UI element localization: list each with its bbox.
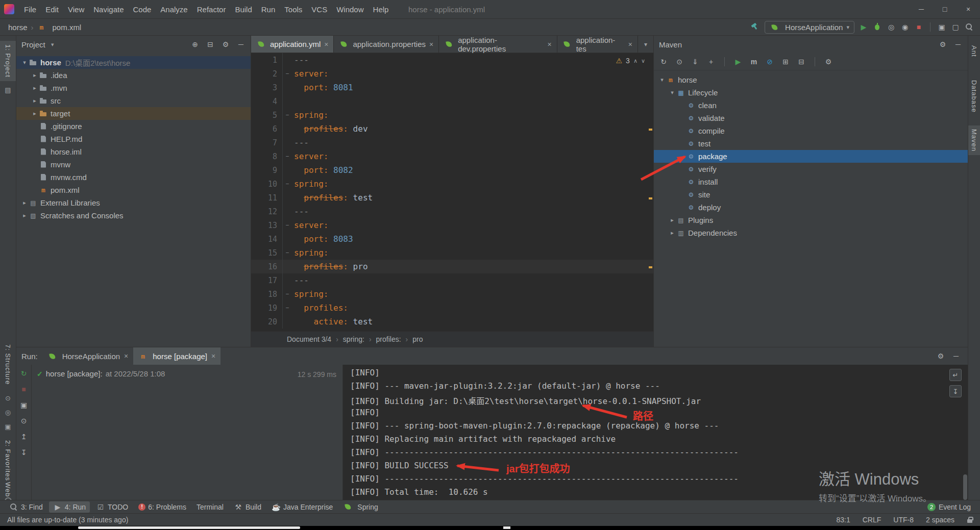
project-item-idea[interactable]: ▸.idea (16, 69, 251, 82)
indent-setting[interactable]: 2 spaces (926, 516, 954, 524)
select-opened-file-icon[interactable]: ⊕ (190, 40, 200, 49)
code-line-12[interactable]: 12--- (251, 205, 653, 218)
stripe-favorites-button[interactable]: 2: Favorites (0, 437, 16, 485)
menu-build[interactable]: Build (230, 0, 256, 18)
close-tab-icon[interactable]: × (547, 40, 551, 48)
down-icon[interactable]: ↧ (19, 448, 29, 457)
tool-window-button-4-run[interactable]: ▶4: Run (49, 501, 90, 513)
maven-item-deploy[interactable]: ⚙deploy (654, 201, 968, 214)
editor-tab-application-properties[interactable]: application.properties× (334, 36, 439, 53)
editor-tab-application-yml[interactable]: application.yml× (251, 36, 334, 53)
add-maven-project-icon[interactable]: + (706, 57, 716, 66)
run-build-icon[interactable]: ▶ (733, 57, 743, 66)
run-console[interactable]: [INFO][INFO] --- maven-jar-plugin:3.2.2:… (343, 365, 968, 500)
skip-tests-icon[interactable]: ⊘ (765, 57, 774, 66)
run-tab-horse-package[interactable]: mhorse [package]× (133, 347, 220, 365)
run-icon[interactable]: ▶ (859, 22, 868, 32)
profiler-icon[interactable]: ◉ (900, 22, 910, 32)
run-result-row[interactable]: ✓ horse [package]: at 2022/5/28 1:08 (32, 365, 342, 383)
expand-all-icon[interactable]: ⊞ (781, 57, 790, 66)
lock-icon[interactable] (967, 517, 973, 523)
maven-item-package[interactable]: ⚙package (654, 150, 968, 163)
menu-file[interactable]: File (19, 0, 41, 18)
fold-marker-icon[interactable]: − (283, 305, 292, 311)
chevron-right-icon[interactable]: ▸ (668, 217, 676, 223)
execute-goal-icon[interactable]: m (749, 57, 758, 66)
breadcrumb-file[interactable]: pom.xml (53, 23, 82, 32)
menu-help[interactable]: Help (369, 0, 394, 18)
project-files-icon[interactable]: ▤ (3, 85, 13, 95)
fold-marker-icon[interactable]: − (283, 70, 292, 77)
close-tab-icon[interactable]: × (429, 40, 433, 48)
menu-tools[interactable]: Tools (280, 0, 307, 18)
chevron-down-icon[interactable]: ▾ (658, 77, 666, 83)
chevron-right-icon[interactable]: ▸ (31, 72, 39, 79)
refresh-icon[interactable]: ↻ (659, 57, 668, 66)
code-line-7[interactable]: 7--- (251, 136, 653, 149)
tool-window-button-6-problems[interactable]: !6: Problems (134, 502, 190, 512)
chevron-right-icon[interactable]: ▸ (668, 230, 676, 236)
maven-item-install[interactable]: ⚙install (654, 175, 968, 188)
stop-icon[interactable]: ■ (19, 385, 29, 394)
chevron-right-icon[interactable]: ▸ (31, 85, 39, 91)
menu-code[interactable]: Code (128, 0, 156, 18)
code-editor[interactable]: 1---2−server:3 port: 808145−spring:6 pro… (251, 53, 653, 331)
editor-breadcrumb-item[interactable]: spring: (343, 335, 364, 343)
chevron-right-icon[interactable]: ▸ (31, 97, 39, 104)
code-line-4[interactable]: 4 (251, 94, 653, 108)
editor-breadcrumb-item[interactable]: pro (412, 335, 423, 343)
download-sources-icon[interactable]: ⇓ (691, 57, 700, 66)
hide-panel-icon[interactable]: ─ (953, 40, 963, 49)
project-item-target[interactable]: ▸target (16, 107, 251, 120)
menu-navigate[interactable]: Navigate (89, 0, 128, 18)
editor-breadcrumb-item[interactable]: profiles: (376, 335, 401, 343)
prev-warning-icon[interactable]: ∧ (633, 58, 638, 64)
project-item-mvn[interactable]: ▸.mvn (16, 82, 251, 94)
code-line-13[interactable]: 13−server: (251, 218, 653, 232)
settings-icon[interactable]: ⚙ (221, 40, 230, 49)
chevron-down-icon[interactable]: ▾ (20, 59, 29, 66)
search-everywhere-icon[interactable] (965, 22, 974, 32)
menu-window[interactable]: Window (332, 0, 368, 18)
code-line-16[interactable]: 16 profiles: pro (251, 260, 653, 273)
tool-window-button-spring[interactable]: Spring (339, 502, 382, 512)
editor-tab-application-tes[interactable]: application-tes× (557, 36, 638, 53)
warning-stripe-mark[interactable] (649, 266, 652, 268)
hidden-tabs-icon[interactable]: ▾ (638, 36, 653, 53)
build-hammer-icon[interactable] (751, 22, 760, 32)
restore-layout-icon[interactable]: ▣ (19, 400, 29, 410)
code-line-19[interactable]: 19− profiles: (251, 301, 653, 315)
coverage-icon[interactable]: ◎ (887, 22, 896, 32)
chevron-right-icon[interactable]: ▸ (31, 110, 39, 117)
chevron-down-icon[interactable]: ▾ (48, 41, 57, 48)
editor-tab-application-dev-properties[interactable]: application-dev.properties× (439, 36, 557, 53)
fold-marker-icon[interactable]: − (283, 291, 292, 297)
debug-icon[interactable] (873, 22, 882, 32)
breadcrumb-project[interactable]: horse (8, 23, 28, 32)
caret-position[interactable]: 83:1 (836, 516, 850, 524)
code-line-5[interactable]: 5−spring: (251, 108, 653, 122)
settings-icon[interactable]: ⚙ (936, 351, 945, 361)
maven-item-validate[interactable]: ⚙validate (654, 112, 968, 124)
project-item-mvnw[interactable]: mvnw (16, 158, 251, 171)
run-configuration-select[interactable]: HorseApplication ▾ (765, 21, 854, 34)
tool-window-button-3-find[interactable]: 3: Find (5, 501, 47, 513)
minimize-button[interactable]: ─ (910, 0, 933, 18)
chevron-down-icon[interactable]: ▾ (668, 89, 676, 96)
code-line-18[interactable]: 18−spring: (251, 287, 653, 301)
maximize-button[interactable]: □ (933, 0, 957, 18)
stop-icon[interactable]: ■ (914, 22, 923, 32)
scroll-to-end-icon[interactable]: ↧ (949, 385, 962, 397)
maven-item-test[interactable]: ⚙test (654, 137, 968, 150)
project-item-horse-iml[interactable]: horse.iml (16, 145, 251, 158)
menu-vcs[interactable]: VCS (307, 0, 332, 18)
tool-window-button-java-enterprise[interactable]: ☕Java Enterprise (267, 501, 337, 513)
inspections-widget[interactable]: ⚠ 3 ∧ ∨ (616, 57, 645, 65)
warning-stripe-mark[interactable] (649, 129, 652, 131)
maven-item-lifecycle[interactable]: ▾▦Lifecycle (654, 86, 968, 99)
menu-refactor[interactable]: Refactor (192, 0, 231, 18)
layout-icon[interactable]: ▢ (951, 22, 960, 32)
generate-sources-icon[interactable]: ⊙ (675, 57, 684, 66)
run-tab-horseapplication[interactable]: HorseApplication× (43, 347, 134, 365)
pin-tab-icon[interactable]: ⊙ (19, 416, 29, 425)
